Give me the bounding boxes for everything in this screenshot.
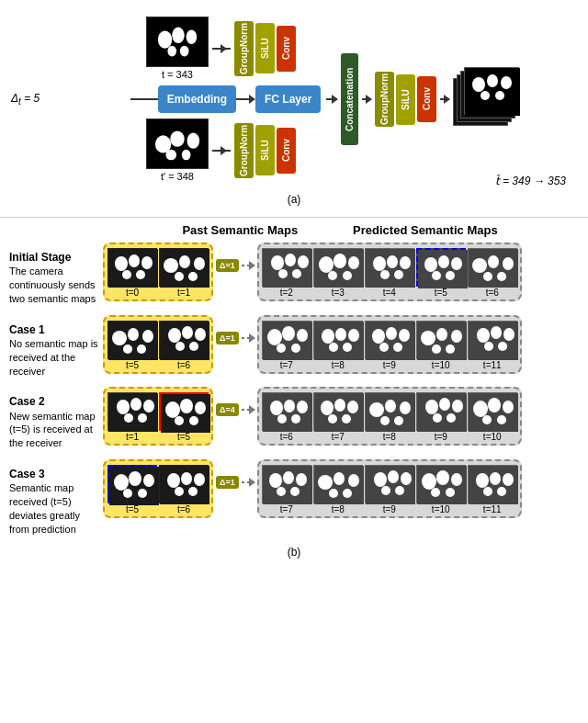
svg-point-5 — [180, 46, 189, 57]
svg-point-166 — [329, 489, 338, 498]
col-pred-header: Predicted Semantic Maps — [353, 223, 498, 237]
groupnorm-right: GroupNorm — [375, 72, 394, 127]
case-label-case2: Case 2New semantic map (t=5) is received… — [9, 387, 99, 450]
svg-point-145 — [114, 474, 129, 491]
past-img-initial-0 — [107, 248, 157, 287]
svg-point-35 — [292, 269, 301, 278]
pred-img-label-case3-1: t=8 — [332, 504, 345, 514]
svg-point-89 — [393, 343, 402, 352]
svg-point-123 — [347, 401, 358, 413]
groupnorm-top: GroupNorm — [234, 21, 254, 76]
conv-right: Conv — [417, 76, 436, 122]
input-image-bottom — [146, 119, 209, 169]
maps-area-case1: t=5 t=6Δ=1 t=7 t=8 t=9 t=10 — [103, 315, 579, 374]
case-row-case1: Case 1No semantic map is received at the… — [9, 315, 579, 378]
pred-img-label-case3-0: t=7 — [280, 504, 293, 514]
dashed-arrow-case3 — [242, 481, 254, 483]
svg-point-98 — [491, 326, 502, 339]
pred-img-case3-3 — [416, 465, 466, 503]
silu-top: SiLU — [255, 23, 275, 73]
svg-point-33 — [298, 255, 309, 268]
svg-point-55 — [472, 258, 487, 273]
svg-point-124 — [328, 414, 337, 424]
svg-point-14 — [487, 74, 498, 87]
svg-point-147 — [143, 474, 154, 487]
diagram-a: Δt = 5 — [9, 17, 579, 182]
case-label-initial: Initial StageThe camera continuously sen… — [9, 243, 99, 306]
svg-point-177 — [451, 473, 462, 486]
silu-bottom: SiLU — [255, 125, 275, 175]
svg-point-131 — [394, 416, 403, 425]
part-a-section: Δt = 5 — [0, 0, 588, 217]
svg-point-92 — [436, 328, 447, 341]
svg-point-135 — [452, 400, 463, 412]
svg-point-82 — [329, 343, 338, 352]
svg-point-146 — [129, 471, 141, 486]
svg-point-70 — [175, 342, 185, 351]
past-img-label-case3-0: t=5 — [126, 504, 139, 514]
caption-b: (b) — [9, 546, 579, 559]
delta-label: Δt = 5 — [11, 92, 40, 107]
pred-img-label-case1-0: t=7 — [280, 360, 293, 370]
svg-point-181 — [476, 473, 489, 488]
svg-point-63 — [142, 330, 153, 343]
case-row-case2: Case 2New semantic map (t=5) is received… — [9, 387, 579, 450]
svg-point-128 — [385, 400, 396, 412]
delta-badge-case1: Δ=1 — [216, 332, 239, 345]
past-img-label-case3-1: t=6 — [177, 504, 190, 514]
embedding-block: Embedding — [158, 85, 236, 113]
svg-point-79 — [322, 329, 334, 344]
svg-point-112 — [175, 416, 184, 425]
gn-silu-conv-right: GroupNorm SiLU Conv — [375, 72, 436, 127]
svg-point-184 — [483, 487, 492, 496]
svg-point-34 — [278, 269, 288, 278]
pred-img-case2-2 — [365, 392, 414, 431]
input-image-top — [146, 17, 209, 67]
svg-point-178 — [431, 488, 440, 497]
svg-point-121 — [321, 401, 334, 415]
svg-point-95 — [446, 345, 455, 354]
svg-point-45 — [400, 256, 411, 269]
svg-point-46 — [380, 270, 390, 279]
pred-img-case1-0 — [262, 321, 311, 359]
past-img-label-initial-0: t=0 — [126, 288, 139, 298]
svg-point-75 — [297, 329, 308, 342]
svg-point-39 — [348, 256, 359, 269]
svg-point-22 — [122, 270, 131, 279]
svg-point-43 — [373, 256, 386, 271]
case-row-case3: Case 3Semantic map received (t=5) deviat… — [9, 459, 579, 537]
svg-point-40 — [328, 271, 337, 280]
svg-point-8 — [170, 131, 184, 147]
svg-point-116 — [284, 400, 295, 412]
svg-point-125 — [342, 414, 351, 424]
svg-point-93 — [451, 330, 462, 343]
pred-img-label-case1-1: t=8 — [332, 360, 345, 370]
svg-point-51 — [451, 257, 462, 270]
svg-point-182 — [490, 472, 501, 485]
svg-point-141 — [503, 401, 514, 413]
svg-point-91 — [421, 331, 435, 345]
pred-img-case2-0 — [262, 392, 311, 431]
svg-point-31 — [271, 255, 284, 270]
svg-point-175 — [422, 473, 436, 490]
delta-badge-case2: Δ=4 — [216, 403, 239, 416]
past-img-case3-0 — [107, 465, 157, 503]
svg-point-17 — [495, 91, 504, 100]
svg-point-87 — [399, 329, 410, 342]
svg-point-10 — [165, 150, 176, 161]
case-row-initial: Initial StageThe camera continuously sen… — [9, 243, 579, 306]
svg-point-106 — [124, 413, 133, 423]
svg-point-88 — [379, 343, 389, 352]
svg-point-110 — [180, 399, 193, 413]
svg-point-133 — [425, 400, 438, 414]
past-group-case1: t=5 t=6 — [103, 315, 213, 374]
svg-point-173 — [395, 486, 404, 495]
pred-img-initial-1 — [313, 248, 363, 287]
dashed-arrow-case1 — [242, 337, 254, 339]
svg-point-97 — [477, 328, 490, 343]
past-group-initial: t=0 t=1 — [103, 243, 213, 301]
svg-point-140 — [488, 398, 501, 412]
svg-point-136 — [433, 413, 442, 423]
svg-point-176 — [436, 470, 449, 485]
svg-point-118 — [277, 414, 287, 424]
